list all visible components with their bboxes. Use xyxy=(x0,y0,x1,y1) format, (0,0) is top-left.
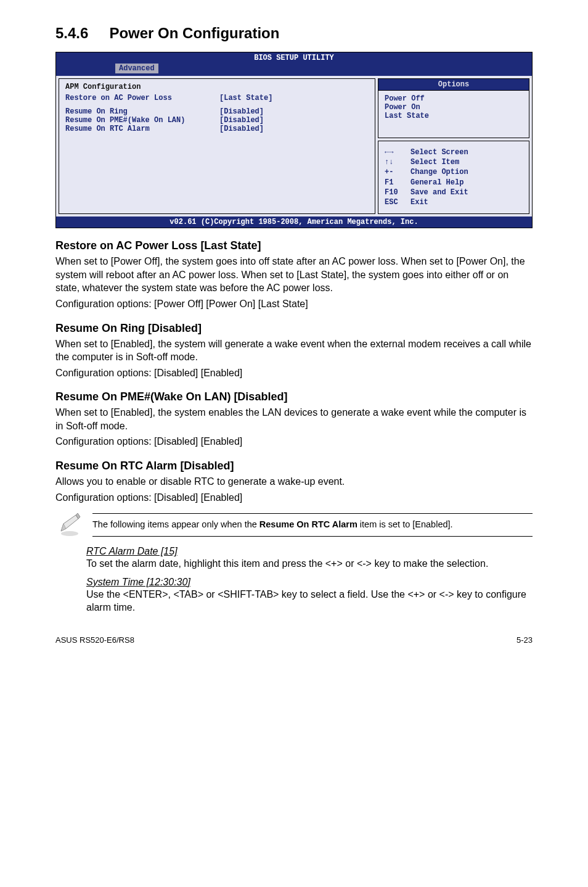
section-heading: 5.4.6Power On Configuration xyxy=(55,25,533,42)
bios-option[interactable]: Power Off xyxy=(385,94,523,103)
heading-resume-ring: Resume On Ring [Disabled] xyxy=(55,322,533,335)
bios-help-text: Exit xyxy=(410,197,428,207)
opts-resume-ring: Configuration options: [Disabled] [Enabl… xyxy=(55,366,533,380)
bios-tab-bar: Advanced xyxy=(56,64,532,76)
para-resume-pme: When set to [Enabled], the system enable… xyxy=(55,406,533,432)
footer-left: ASUS RS520-E6/RS8 xyxy=(55,635,134,645)
opts-restore-ac: Configuration options: [Power Off] [Powe… xyxy=(55,297,533,311)
bios-item-value: [Disabled] xyxy=(219,125,264,133)
pencil-icon xyxy=(55,513,84,537)
bios-title: BIOS SETUP UTILITY xyxy=(56,52,532,64)
bios-options-list: Power Off Power On Last State xyxy=(378,91,529,138)
bios-body: APM Configuration Restore on AC Power Lo… xyxy=(56,76,532,217)
note-bold: Resume On RTC Alarm xyxy=(259,519,357,529)
bios-help-key: +- xyxy=(385,167,410,177)
section-number: 5.4.6 xyxy=(55,25,88,42)
para-restore-ac: When set to [Power Off], the system goes… xyxy=(55,255,533,295)
bios-item-resume-pme[interactable]: Resume On PME#(Wake On LAN) [Disabled] xyxy=(65,116,369,125)
bios-footer: v02.61 (C)Copyright 1985-2008, American … xyxy=(56,217,532,228)
bios-item-label: Resume On RTC Alarm xyxy=(65,125,219,133)
bios-option[interactable]: Power On xyxy=(385,103,523,112)
bios-help-text: Select Item xyxy=(410,157,459,167)
bios-item-value: [Disabled] xyxy=(219,107,264,116)
bios-item-label: Resume On PME#(Wake On LAN) xyxy=(65,116,219,125)
bios-help-row: +-Change Option xyxy=(385,167,523,177)
subitem-rtc-text: To set the alarm date, highlight this it… xyxy=(86,557,533,571)
bios-item-restore-ac[interactable]: Restore on AC Power Loss [Last State] xyxy=(65,94,369,102)
bios-item-label: Resume On Ring xyxy=(65,107,219,116)
bios-option[interactable]: Last State xyxy=(385,112,523,120)
page-footer: ASUS RS520-E6/RS8 5-23 xyxy=(55,617,533,645)
bios-window: BIOS SETUP UTILITY Advanced APM Configur… xyxy=(55,52,533,228)
bios-help-row: F1General Help xyxy=(385,178,523,188)
bios-side-pane: Options Power Off Power On Last State ←→… xyxy=(378,78,529,214)
bios-help-key: ↑↓ xyxy=(385,157,410,167)
heading-resume-pme: Resume On PME#(Wake On LAN) [Disabled] xyxy=(55,390,533,403)
bios-help-row: ESCExit xyxy=(385,197,523,207)
bios-item-resume-ring[interactable]: Resume On Ring [Disabled] xyxy=(65,107,369,116)
bios-help-row: ↑↓Select Item xyxy=(385,157,523,167)
bios-help-key: F1 xyxy=(385,178,410,188)
bios-config-heading: APM Configuration xyxy=(65,83,369,91)
opts-resume-pme: Configuration options: [Disabled] [Enabl… xyxy=(55,435,533,448)
para-resume-ring: When set to [Enabled], the system will g… xyxy=(55,337,533,364)
bios-config-pane: APM Configuration Restore on AC Power Lo… xyxy=(59,78,375,214)
bios-help-row: ←→Select Screen xyxy=(385,147,523,157)
bios-item-value: [Disabled] xyxy=(219,116,264,125)
subitem-systime-text: Use the <ENTER>, <TAB> or <SHIFT-TAB> ke… xyxy=(86,588,533,614)
bios-item-value: [Last State] xyxy=(219,94,272,102)
section-title-text: Power On Configuration xyxy=(109,25,279,41)
spacer xyxy=(65,102,369,107)
footer-right: 5-23 xyxy=(517,635,533,645)
subitems: RTC Alarm Date [15] To set the alarm dat… xyxy=(86,546,533,614)
note: The following items appear only when the… xyxy=(55,513,533,537)
subitem-rtc-title: RTC Alarm Date [15] xyxy=(86,546,533,557)
note-text: The following items appear only when the… xyxy=(92,513,533,537)
bios-help-text: General Help xyxy=(410,178,463,188)
note-prefix: The following items appear only when the xyxy=(92,519,259,529)
heading-resume-rtc: Resume On RTC Alarm [Disabled] xyxy=(55,460,533,472)
note-suffix: item is set to [Enabled]. xyxy=(357,519,453,529)
bios-options-title: Options xyxy=(378,78,529,91)
bios-help-text: Save and Exit xyxy=(410,188,468,197)
bios-help-key: ESC xyxy=(385,197,410,207)
bios-help-row: F10Save and Exit xyxy=(385,188,523,197)
bios-help-key: ←→ xyxy=(385,147,410,157)
opts-resume-rtc: Configuration options: [Disabled] [Enabl… xyxy=(55,491,533,505)
tab-advanced[interactable]: Advanced xyxy=(115,64,158,73)
bios-help-box: ←→Select Screen ↑↓Select Item +-Change O… xyxy=(378,141,529,214)
bios-item-resume-rtc[interactable]: Resume On RTC Alarm [Disabled] xyxy=(65,125,369,133)
bios-help-key: F10 xyxy=(385,188,410,197)
subitem-systime-title: System Time [12:30:30] xyxy=(86,577,533,588)
heading-restore-ac: Restore on AC Power Loss [Last State] xyxy=(55,239,533,252)
bios-item-label: Restore on AC Power Loss xyxy=(65,94,219,102)
bios-help-text: Select Screen xyxy=(410,147,468,157)
page: 5.4.6Power On Configuration BIOS SETUP U… xyxy=(0,0,588,663)
bios-help-text: Change Option xyxy=(410,167,468,177)
para-resume-rtc: Allows you to enable or disable RTC to g… xyxy=(55,475,533,489)
svg-point-0 xyxy=(61,531,78,536)
